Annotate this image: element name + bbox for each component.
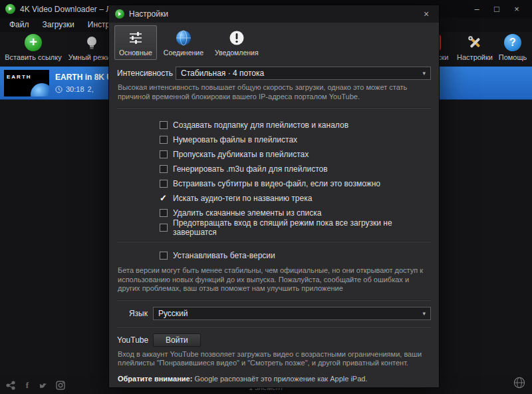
beta-checkbox-row[interactable]: Устанавливать бета-версии: [160, 248, 431, 263]
paste-link-button[interactable]: + Вставить ссылку: [4, 34, 63, 61]
checkbox[interactable]: [160, 209, 168, 217]
checkbox[interactable]: [160, 194, 168, 202]
tab-label: Уведомления: [215, 49, 259, 57]
note-emphasis: Обратите внимание:: [118, 375, 192, 383]
checkbox[interactable]: [160, 136, 168, 144]
checkbox-row[interactable]: Встраивать субтитры в видео-файл, если э…: [160, 176, 431, 191]
playlist-options: Создавать подпапку для плейлистов и кана…: [160, 118, 431, 235]
checkbox-label: Создавать подпапку для плейлистов и кана…: [173, 120, 348, 130]
plus-icon: +: [25, 34, 42, 51]
checkbox[interactable]: [160, 150, 168, 158]
exclamation-icon: [228, 29, 245, 47]
dialog-close-icon[interactable]: ×: [420, 9, 433, 19]
language-value: Русский: [158, 309, 188, 318]
separator: [117, 107, 431, 108]
settings-button[interactable]: Настройки: [454, 34, 496, 61]
checkbox-label: Встраивать субтитры в видео-файл, если э…: [173, 179, 380, 188]
maximize-icon[interactable]: □: [487, 0, 507, 18]
clock-icon: [55, 86, 63, 93]
checkbox[interactable]: [160, 121, 168, 129]
tab-connection[interactable]: Соединение: [159, 25, 208, 60]
language-globe-icon[interactable]: [513, 377, 525, 391]
chevron-down-icon: [422, 310, 426, 317]
checkbox-label: Устанавливать бета-версии: [173, 251, 275, 260]
window-controls: – □ ×: [467, 0, 527, 18]
video-size: 2,: [88, 85, 94, 93]
checkbox[interactable]: [160, 252, 168, 260]
tab-general[interactable]: Основные: [114, 25, 157, 60]
menu-downloads[interactable]: Загрузки: [36, 18, 81, 32]
checkbox[interactable]: [160, 165, 168, 173]
settings-label: Настройки: [457, 53, 493, 61]
separator: [117, 241, 431, 242]
youtube-login-button[interactable]: Войти: [153, 333, 201, 347]
separator: [117, 299, 431, 301]
video-duration: 30:18: [66, 85, 84, 93]
beta-description: Бета версии могут быть менее стабильны, …: [118, 266, 430, 294]
checkbox[interactable]: [160, 180, 168, 188]
checkbox-label: Искать аудио-теги по названию трека: [173, 194, 312, 203]
youtube-note: Обратите внимание: Google распознаёт это…: [118, 375, 430, 383]
intensity-value: Стабильная · 4 потока: [181, 69, 264, 78]
checkbox[interactable]: [160, 224, 168, 232]
checkbox-row[interactable]: Генерировать .m3u файл для плейлистов: [160, 162, 431, 176]
checkbox-row[interactable]: Пропускать дубликаты в плейлистах: [160, 147, 431, 162]
youtube-label: YouTube: [117, 335, 148, 345]
note-text: Google распознаёт это приложение как App…: [192, 375, 367, 383]
video-meta: EARTH in 8K UL 30:18 2,: [55, 73, 117, 93]
lightbulb-icon: [83, 34, 100, 51]
settings-content: Интенсивность Стабильная · 4 потока Высо…: [109, 67, 439, 383]
settings-tabs: Основные Соединение: [109, 23, 439, 63]
checkbox-row[interactable]: Создавать подпапку для плейлистов и кана…: [160, 118, 431, 132]
checkbox-label: Предотвращать вход в спящий режим пока в…: [173, 218, 431, 237]
close-icon[interactable]: ×: [507, 0, 527, 18]
paste-link-label: Вставить ссылку: [5, 53, 61, 61]
smart-mode-label: Умный режим: [68, 53, 115, 61]
globe-icon: [175, 29, 192, 47]
minimize-icon[interactable]: –: [467, 0, 487, 18]
language-select[interactable]: Русский: [153, 307, 431, 320]
video-thumbnail: EARTH: [4, 70, 49, 97]
checkbox-label: Генерировать .m3u файл для плейлистов: [173, 164, 328, 174]
app-icon: [5, 4, 15, 14]
checkbox-label: Пропускать дубликаты в плейлистах: [173, 150, 309, 159]
settings-dialog-icon: [115, 9, 124, 19]
menu-file[interactable]: Файл: [3, 18, 36, 32]
checkbox-row[interactable]: Нумеровать файлы в плейлистах: [160, 132, 431, 147]
thumbnail-text: EARTH: [7, 74, 32, 80]
checkbox-label: Нумеровать файлы в плейлистах: [173, 135, 297, 144]
chevron-down-icon: [422, 70, 426, 77]
tab-label: Соединение: [164, 49, 203, 57]
sliders-icon: [127, 29, 144, 47]
intensity-label: Интенсивность: [117, 69, 170, 78]
intensity-description: Высокая интенсивность повышает общую ско…: [118, 83, 430, 101]
tab-notifications[interactable]: Уведомления: [210, 25, 263, 60]
help-button[interactable]: ? Помощь: [496, 34, 529, 61]
dialog-titlebar[interactable]: Настройки ×: [109, 5, 439, 23]
checkbox-row[interactable]: Предотвращать вход в спящий режим пока в…: [160, 220, 431, 235]
youtube-description: Вход в аккаунт YouTube позволяет загружа…: [118, 350, 430, 368]
intensity-select[interactable]: Стабильная · 4 потока: [176, 67, 431, 80]
video-title: EARTH in 8K UL: [55, 73, 117, 82]
separator: [117, 326, 431, 327]
language-label: Язык: [117, 309, 148, 318]
checkbox-label: Удалить скачанные элементы из списка: [173, 208, 321, 218]
dialog-title: Настройки: [129, 9, 168, 19]
settings-dialog: Настройки × Основные: [109, 5, 439, 387]
checkbox-row[interactable]: Искать аудио-теги по названию трека: [160, 191, 431, 206]
question-icon: ?: [504, 34, 521, 51]
tools-icon: [466, 34, 483, 51]
tab-label: Основные: [119, 49, 152, 57]
help-label: Помощь: [499, 53, 527, 61]
